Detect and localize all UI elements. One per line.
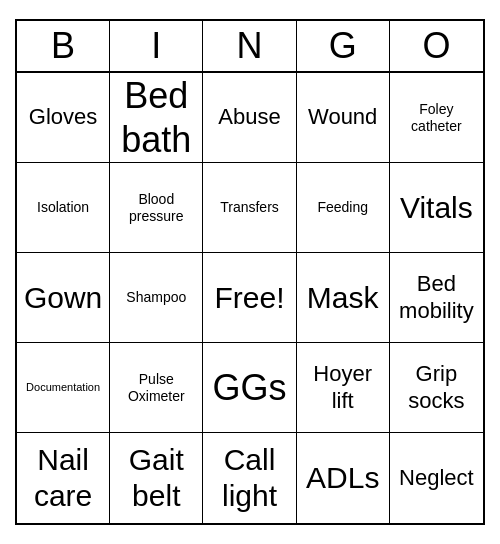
bingo-cell-15: Documentation	[17, 343, 110, 433]
bingo-cell-11: Shampoo	[110, 253, 203, 343]
header-letter-G: G	[297, 21, 390, 71]
bingo-cell-14: Bed mobility	[390, 253, 483, 343]
bingo-cell-4: Foley catheter	[390, 73, 483, 163]
bingo-cell-8: Feeding	[297, 163, 390, 253]
bingo-cell-21: Gait belt	[110, 433, 203, 523]
bingo-cell-10: Gown	[17, 253, 110, 343]
header-letter-O: O	[390, 21, 483, 71]
bingo-cell-5: Isolation	[17, 163, 110, 253]
bingo-cell-20: Nail care	[17, 433, 110, 523]
header-letter-I: I	[110, 21, 203, 71]
bingo-cell-2: Abuse	[203, 73, 296, 163]
bingo-cell-13: Mask	[297, 253, 390, 343]
header-letter-N: N	[203, 21, 296, 71]
bingo-cell-18: Hoyer lift	[297, 343, 390, 433]
bingo-cell-12: Free!	[203, 253, 296, 343]
bingo-header: BINGO	[17, 21, 483, 73]
bingo-cell-23: ADLs	[297, 433, 390, 523]
bingo-cell-19: Grip socks	[390, 343, 483, 433]
bingo-cell-6: Blood pressure	[110, 163, 203, 253]
bingo-cell-24: Neglect	[390, 433, 483, 523]
header-letter-B: B	[17, 21, 110, 71]
bingo-cell-7: Transfers	[203, 163, 296, 253]
bingo-cell-0: Gloves	[17, 73, 110, 163]
bingo-cell-17: GGs	[203, 343, 296, 433]
bingo-grid: GlovesBed bathAbuseWoundFoley catheterIs…	[17, 73, 483, 523]
bingo-cell-16: Pulse Oximeter	[110, 343, 203, 433]
bingo-cell-22: Call light	[203, 433, 296, 523]
bingo-cell-9: Vitals	[390, 163, 483, 253]
bingo-cell-3: Wound	[297, 73, 390, 163]
bingo-cell-1: Bed bath	[110, 73, 203, 163]
bingo-card: BINGO GlovesBed bathAbuseWoundFoley cath…	[15, 19, 485, 525]
